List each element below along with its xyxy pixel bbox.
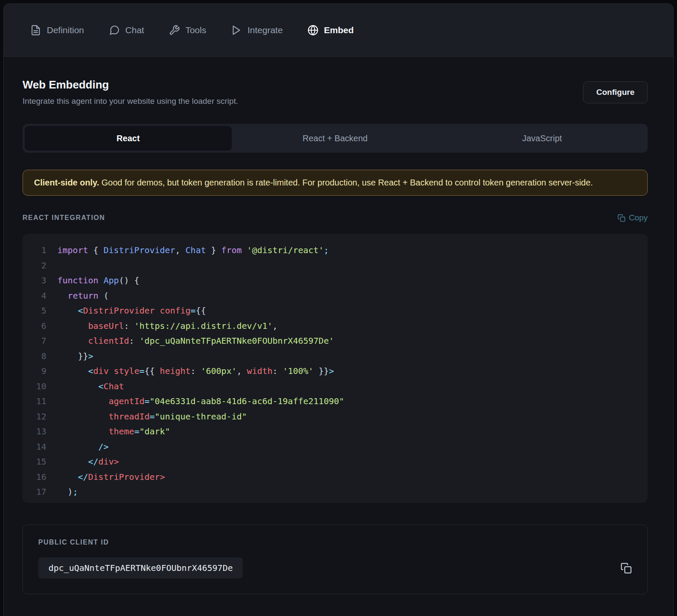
code-section-label: REACT INTEGRATION [23, 214, 105, 222]
wrench-icon [169, 25, 180, 36]
play-icon [231, 25, 242, 36]
code-line-content: </DistriProvider> [57, 470, 165, 485]
agent-panel: DefinitionChatToolsIntegrateEmbed Web Em… [3, 3, 674, 616]
copy-code-label: Copy [629, 213, 648, 222]
code-line: 11 agentId="04e6331d-aab8-41d6-ac6d-19af… [23, 394, 648, 409]
code-line: 9 <div style={{ height: '600px', width: … [23, 364, 648, 379]
tab-embed[interactable]: Embed [307, 25, 354, 36]
public-client-id-value: dpc_uQaNnteTFpAERTNke0FOUbnrX46597De [38, 557, 243, 579]
page-title: Web Embedding [23, 78, 238, 91]
public-client-id-card: PUBLIC CLIENT ID dpc_uQaNnteTFpAERTNke0F… [23, 525, 648, 594]
copy-icon [620, 562, 632, 574]
code-line-content: <Chat [57, 379, 124, 394]
chat-bubble-icon [109, 25, 120, 36]
warning-text: Good for demos, but token generation is … [99, 178, 593, 187]
file-text-icon [30, 25, 41, 36]
code-line: 7 clientId: 'dpc_uQaNnteTFpAERTNke0FOUbn… [23, 334, 648, 349]
configure-button[interactable]: Configure [583, 81, 648, 103]
code-line-content: <DistriProvider config={{ [57, 303, 206, 319]
warning-bold-text: Client-side only. [34, 178, 99, 187]
code-line: 1import { DistriProvider, Chat } from '@… [23, 243, 648, 258]
page-header-text: Web Embedding Integrate this agent into … [23, 78, 238, 106]
copy-code-button[interactable]: Copy [617, 213, 648, 222]
code-line: 13 theme="dark" [23, 424, 648, 439]
line-number: 16 [23, 470, 57, 485]
code-line-content: agentId="04e6331d-aab8-41d6-ac6d-19affe2… [57, 394, 344, 409]
line-number: 2 [23, 258, 57, 274]
code-line-content: baseUrl: 'https://api.distri.dev/v1', [57, 319, 278, 334]
code-line-content: <div style={{ height: '600px', width: '1… [57, 364, 334, 379]
code-line: 6 baseUrl: 'https://api.distri.dev/v1', [23, 319, 648, 334]
line-number: 13 [23, 424, 57, 439]
public-client-id-label: PUBLIC CLIENT ID [38, 539, 632, 546]
code-line-content: }}> [57, 349, 93, 364]
segment-react-backend[interactable]: React + Backend [232, 126, 439, 151]
code-block: 1import { DistriProvider, Chat } from '@… [23, 234, 648, 503]
code-line-content: function App() { [57, 273, 139, 288]
page-header: Web Embedding Integrate this agent into … [23, 78, 648, 106]
code-line: 16 </DistriProvider> [23, 470, 648, 485]
code-line: 17 ); [23, 485, 648, 500]
code-line: 8 }}> [23, 349, 648, 364]
public-client-id-row: dpc_uQaNnteTFpAERTNke0FOUbnrX46597De [38, 557, 632, 579]
line-number: 11 [23, 394, 57, 409]
line-number: 7 [23, 334, 57, 349]
line-number: 14 [23, 439, 57, 455]
line-number: 4 [23, 288, 57, 304]
code-line: 4 return ( [23, 288, 648, 304]
line-number: 15 [23, 454, 57, 470]
copy-client-id-button[interactable] [620, 562, 632, 574]
code-line-content: theme="dark" [57, 424, 170, 439]
code-line-content: import { DistriProvider, Chat } from '@d… [57, 243, 329, 258]
code-line: 12 threadId="unique-thread-id" [23, 409, 648, 425]
line-number: 10 [23, 379, 57, 394]
code-line: 3function App() { [23, 273, 648, 288]
tab-tools[interactable]: Tools [169, 25, 206, 36]
line-number: 3 [23, 273, 57, 288]
tab-definition[interactable]: Definition [30, 25, 84, 36]
line-number: 9 [23, 364, 57, 379]
code-line: 2 [23, 258, 648, 274]
segment-javascript[interactable]: JavaScript [438, 126, 646, 151]
line-number: 5 [23, 303, 57, 319]
framework-switcher: ReactReact + BackendJavaScript [23, 124, 648, 153]
page-subtitle: Integrate this agent into your website u… [23, 97, 238, 106]
code-line-content: threadId="unique-thread-id" [57, 409, 247, 425]
tab-bar: DefinitionChatToolsIntegrateEmbed [4, 4, 673, 57]
tab-chat[interactable]: Chat [109, 25, 144, 36]
line-number: 8 [23, 349, 57, 364]
line-number: 12 [23, 409, 57, 425]
code-section-header: REACT INTEGRATION Copy [23, 213, 648, 222]
line-number: 17 [23, 485, 57, 500]
code-line: 10 <Chat [23, 379, 648, 394]
code-line: 5 <DistriProvider config={{ [23, 303, 648, 319]
code-line-content: return ( [57, 288, 108, 304]
segment-react[interactable]: React [25, 126, 232, 151]
client-side-warning: Client-side only. Good for demos, but to… [23, 170, 648, 196]
code-line-content: } [57, 500, 63, 503]
code-line-content: clientId: 'dpc_uQaNnteTFpAERTNke0FOUbnrX… [57, 334, 334, 349]
copy-icon [617, 214, 626, 222]
code-line: 18} [23, 500, 648, 503]
line-number: 18 [23, 500, 57, 503]
tab-integrate[interactable]: Integrate [231, 25, 283, 36]
code-line-content: </div> [57, 454, 119, 470]
globe-icon [307, 25, 319, 36]
code-line: 14 /> [23, 439, 648, 455]
code-line-content: /> [57, 439, 108, 455]
line-number: 1 [23, 243, 57, 258]
embed-page: Web Embedding Integrate this agent into … [4, 78, 673, 594]
line-number: 6 [23, 319, 57, 334]
code-line-content: ); [57, 485, 78, 500]
code-line: 15 </div> [23, 454, 648, 470]
